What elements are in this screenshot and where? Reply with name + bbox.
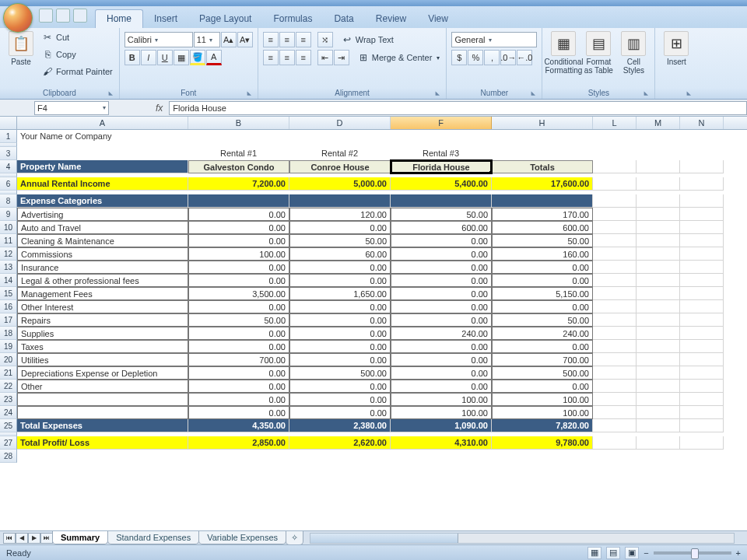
cell[interactable]: 0.00 <box>391 300 492 313</box>
indent-decrease-button[interactable]: ⇤ <box>317 50 333 65</box>
cell[interactable] <box>593 436 637 450</box>
view-layout-button[interactable]: ▤ <box>606 547 620 559</box>
zoom-out-button[interactable]: − <box>644 548 648 558</box>
cell-styles-button[interactable]: ▥Cell Styles <box>617 30 650 75</box>
cell[interactable]: 0.00 <box>289 313 391 327</box>
row-header[interactable]: 27 <box>0 436 17 450</box>
cell[interactable] <box>637 300 680 313</box>
cell[interactable] <box>637 221 680 234</box>
row-header[interactable]: 10 <box>0 221 17 234</box>
cell[interactable]: 9,780.00 <box>492 436 593 450</box>
bold-button[interactable]: B <box>124 50 140 65</box>
cell[interactable]: 2,620.00 <box>289 436 391 450</box>
cell[interactable]: 0.00 <box>391 366 492 380</box>
cell[interactable] <box>593 274 637 287</box>
tab-home[interactable]: Home <box>95 9 143 28</box>
tab-view[interactable]: View <box>417 10 459 28</box>
row-header[interactable]: 16 <box>0 300 17 313</box>
row-header[interactable]: 19 <box>0 340 17 353</box>
cell[interactable]: 0.00 <box>289 380 391 393</box>
cell[interactable] <box>637 353 680 366</box>
cell[interactable] <box>680 177 724 191</box>
cell[interactable] <box>17 147 188 160</box>
tab-insert[interactable]: Insert <box>143 10 188 28</box>
property-3[interactable]: Florida House <box>391 160 492 173</box>
format-as-table-button[interactable]: ▤Format as Table <box>582 30 615 75</box>
cell[interactable]: 0.00 <box>492 261 593 274</box>
company-name[interactable]: Your Name or Company <box>17 130 188 143</box>
cell[interactable] <box>188 130 289 143</box>
cell[interactable]: 0.00 <box>188 221 289 234</box>
cell[interactable] <box>637 419 680 432</box>
name-box[interactable]: F4 <box>34 101 109 115</box>
cell[interactable] <box>637 261 680 274</box>
cell[interactable] <box>593 366 637 380</box>
cell[interactable] <box>637 234 680 247</box>
cell[interactable] <box>680 393 724 406</box>
align-left-button[interactable]: ≡ <box>263 50 279 65</box>
cell[interactable]: 0.00 <box>289 221 391 234</box>
expense-row-label[interactable]: Management Fees <box>17 287 188 300</box>
property-2[interactable]: Conroe House <box>289 160 391 173</box>
comma-button[interactable]: , <box>484 50 500 65</box>
align-bottom-button[interactable]: ≡ <box>296 32 311 47</box>
cell[interactable]: 0.00 <box>391 353 492 366</box>
align-middle-button[interactable]: ≡ <box>279 32 295 47</box>
cell[interactable]: 4,350.00 <box>188 419 289 432</box>
expense-row-label[interactable] <box>17 406 188 419</box>
cell[interactable]: 0.00 <box>391 340 492 353</box>
cell[interactable]: 240.00 <box>391 327 492 340</box>
cell[interactable] <box>593 130 637 143</box>
cell[interactable]: 0.00 <box>492 274 593 287</box>
cell[interactable]: 0.00 <box>391 313 492 327</box>
cell[interactable] <box>391 130 492 143</box>
cell[interactable] <box>593 208 637 221</box>
cell[interactable]: 100.00 <box>188 247 289 261</box>
row-header[interactable]: 12 <box>0 247 17 261</box>
cell[interactable] <box>680 313 724 327</box>
cell[interactable]: 4,310.00 <box>391 436 492 450</box>
cell[interactable] <box>637 147 680 160</box>
cell[interactable]: 5,150.00 <box>492 287 593 300</box>
sheet-nav-first[interactable]: ⏮ <box>3 533 16 544</box>
row-header[interactable]: 28 <box>0 450 17 463</box>
cell[interactable]: 0.00 <box>391 287 492 300</box>
cell[interactable]: 50.00 <box>188 313 289 327</box>
cell[interactable] <box>492 130 593 143</box>
cell[interactable] <box>637 393 680 406</box>
cell[interactable]: 0.00 <box>188 234 289 247</box>
expense-row-label[interactable]: Other Interest <box>17 300 188 313</box>
cell[interactable]: 1,650.00 <box>289 287 391 300</box>
cell[interactable] <box>593 353 637 366</box>
cell[interactable] <box>680 419 724 432</box>
cell[interactable]: 0.00 <box>289 393 391 406</box>
rental-1-label[interactable]: Rental #1 <box>188 147 289 160</box>
font-color-button[interactable]: A <box>206 50 222 65</box>
row-header[interactable]: 25 <box>0 419 17 432</box>
qat-undo-icon[interactable] <box>56 9 70 23</box>
office-button[interactable] <box>3 3 33 33</box>
cell[interactable]: 0.00 <box>391 380 492 393</box>
copy-button[interactable]: ⎘Copy <box>40 47 114 62</box>
col-header-m[interactable]: M <box>637 117 680 129</box>
cell[interactable]: 50.00 <box>492 234 593 247</box>
cell[interactable] <box>637 177 680 191</box>
row-header[interactable]: 21 <box>0 366 17 380</box>
expense-row-label[interactable]: Cleaning & Maintenance <box>17 234 188 247</box>
cell[interactable]: 0.00 <box>492 340 593 353</box>
fx-icon[interactable]: fx <box>156 103 163 114</box>
cell[interactable]: 0.00 <box>391 261 492 274</box>
cut-button[interactable]: ✂Cut <box>40 30 114 45</box>
cell[interactable] <box>593 300 637 313</box>
rental-2-label[interactable]: Rental #2 <box>289 147 391 160</box>
cell[interactable] <box>289 130 391 143</box>
qat-save-icon[interactable] <box>39 9 53 23</box>
expense-row-label[interactable]: Supplies <box>17 327 188 340</box>
tab-review[interactable]: Review <box>365 10 417 28</box>
cell[interactable] <box>391 194 492 208</box>
cell[interactable]: 0.00 <box>188 393 289 406</box>
view-normal-button[interactable]: ▦ <box>587 547 601 559</box>
col-header-h[interactable]: H <box>492 117 593 129</box>
col-header-b[interactable]: B <box>188 117 289 129</box>
cell[interactable]: 700.00 <box>188 353 289 366</box>
